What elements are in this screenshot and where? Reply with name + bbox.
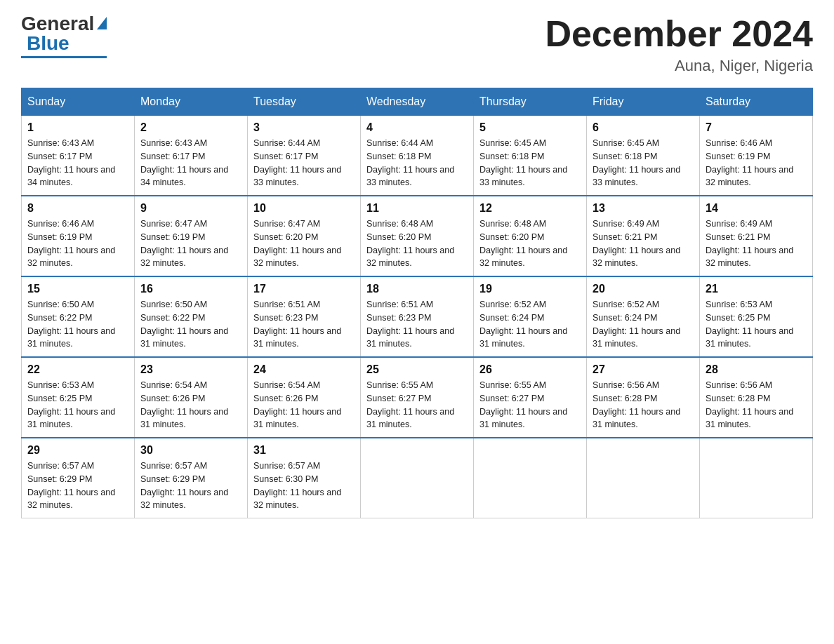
- day-info: Sunrise: 6:47 AMSunset: 6:19 PMDaylight:…: [140, 217, 241, 270]
- day-number: 18: [366, 283, 468, 295]
- week-row-1: 1Sunrise: 6:43 AMSunset: 6:17 PMDaylight…: [22, 116, 813, 196]
- logo: General Blue: [21, 14, 107, 58]
- day-info: Sunrise: 6:43 AMSunset: 6:17 PMDaylight:…: [27, 137, 128, 189]
- day-number: 21: [706, 283, 807, 295]
- day-number: 15: [27, 283, 128, 295]
- day-info: Sunrise: 6:51 AMSunset: 6:23 PMDaylight:…: [253, 298, 355, 351]
- logo-underline: [21, 56, 107, 58]
- day-number: 23: [140, 363, 241, 376]
- column-header-saturday: Saturday: [700, 88, 813, 116]
- logo-general-text: General: [21, 14, 94, 34]
- day-info: Sunrise: 6:47 AMSunset: 6:20 PMDaylight:…: [253, 217, 355, 270]
- calendar-cell: 31Sunrise: 6:57 AMSunset: 6:30 PMDayligh…: [248, 438, 361, 518]
- day-number: 8: [27, 202, 128, 215]
- calendar-cell: 25Sunrise: 6:55 AMSunset: 6:27 PMDayligh…: [361, 357, 474, 438]
- day-number: 29: [27, 444, 128, 457]
- week-row-3: 15Sunrise: 6:50 AMSunset: 6:22 PMDayligh…: [22, 276, 813, 357]
- column-header-friday: Friday: [587, 88, 700, 116]
- day-info: Sunrise: 6:55 AMSunset: 6:27 PMDaylight:…: [366, 379, 468, 431]
- title-block: December 2024 Auna, Niger, Nigeria: [545, 14, 813, 75]
- calendar-cell: 13Sunrise: 6:49 AMSunset: 6:21 PMDayligh…: [587, 196, 700, 276]
- day-info: Sunrise: 6:56 AMSunset: 6:28 PMDaylight:…: [706, 379, 807, 431]
- day-info: Sunrise: 6:43 AMSunset: 6:17 PMDaylight:…: [140, 137, 241, 189]
- day-info: Sunrise: 6:53 AMSunset: 6:25 PMDaylight:…: [27, 379, 128, 431]
- day-number: 22: [27, 363, 128, 376]
- header-row: SundayMondayTuesdayWednesdayThursdayFrid…: [22, 88, 813, 116]
- logo-triangle-icon: [97, 17, 107, 29]
- calendar-cell: 27Sunrise: 6:56 AMSunset: 6:28 PMDayligh…: [587, 357, 700, 438]
- calendar-cell: 22Sunrise: 6:53 AMSunset: 6:25 PMDayligh…: [22, 357, 135, 438]
- day-number: 9: [140, 202, 241, 215]
- page-header: General Blue December 2024 Auna, Niger, …: [21, 14, 813, 75]
- calendar-cell: 8Sunrise: 6:46 AMSunset: 6:19 PMDaylight…: [22, 196, 135, 276]
- day-info: Sunrise: 6:46 AMSunset: 6:19 PMDaylight:…: [706, 137, 807, 189]
- day-info: Sunrise: 6:55 AMSunset: 6:27 PMDaylight:…: [479, 379, 581, 431]
- column-header-wednesday: Wednesday: [361, 88, 474, 116]
- day-number: 25: [366, 363, 468, 376]
- page-subtitle: Auna, Niger, Nigeria: [545, 57, 813, 75]
- calendar-cell: 23Sunrise: 6:54 AMSunset: 6:26 PMDayligh…: [135, 357, 248, 438]
- calendar-cell: 24Sunrise: 6:54 AMSunset: 6:26 PMDayligh…: [248, 357, 361, 438]
- week-row-5: 29Sunrise: 6:57 AMSunset: 6:29 PMDayligh…: [22, 438, 813, 518]
- day-info: Sunrise: 6:49 AMSunset: 6:21 PMDaylight:…: [593, 217, 694, 270]
- day-number: 6: [593, 121, 694, 134]
- calendar-cell: 20Sunrise: 6:52 AMSunset: 6:24 PMDayligh…: [587, 276, 700, 357]
- day-info: Sunrise: 6:45 AMSunset: 6:18 PMDaylight:…: [479, 137, 581, 189]
- day-info: Sunrise: 6:51 AMSunset: 6:23 PMDaylight:…: [366, 298, 468, 351]
- calendar-cell: 9Sunrise: 6:47 AMSunset: 6:19 PMDaylight…: [135, 196, 248, 276]
- day-number: 30: [140, 444, 241, 457]
- day-number: 10: [253, 202, 355, 215]
- calendar-cell: 29Sunrise: 6:57 AMSunset: 6:29 PMDayligh…: [22, 438, 135, 518]
- calendar-cell: 15Sunrise: 6:50 AMSunset: 6:22 PMDayligh…: [22, 276, 135, 357]
- column-header-thursday: Thursday: [474, 88, 587, 116]
- day-info: Sunrise: 6:52 AMSunset: 6:24 PMDaylight:…: [593, 298, 694, 351]
- day-info: Sunrise: 6:45 AMSunset: 6:18 PMDaylight:…: [593, 137, 694, 189]
- day-number: 19: [479, 283, 581, 295]
- calendar-cell: 11Sunrise: 6:48 AMSunset: 6:20 PMDayligh…: [361, 196, 474, 276]
- day-number: 17: [253, 283, 355, 295]
- calendar-cell: 16Sunrise: 6:50 AMSunset: 6:22 PMDayligh…: [135, 276, 248, 357]
- calendar-cell: 5Sunrise: 6:45 AMSunset: 6:18 PMDaylight…: [474, 116, 587, 196]
- week-row-4: 22Sunrise: 6:53 AMSunset: 6:25 PMDayligh…: [22, 357, 813, 438]
- calendar-cell: 21Sunrise: 6:53 AMSunset: 6:25 PMDayligh…: [700, 276, 813, 357]
- calendar-cell: 2Sunrise: 6:43 AMSunset: 6:17 PMDaylight…: [135, 116, 248, 196]
- logo-blue-text: Blue: [27, 32, 70, 55]
- calendar-cell: 10Sunrise: 6:47 AMSunset: 6:20 PMDayligh…: [248, 196, 361, 276]
- calendar-cell: 19Sunrise: 6:52 AMSunset: 6:24 PMDayligh…: [474, 276, 587, 357]
- calendar-cell: [700, 438, 813, 518]
- day-info: Sunrise: 6:48 AMSunset: 6:20 PMDaylight:…: [479, 217, 581, 270]
- day-info: Sunrise: 6:54 AMSunset: 6:26 PMDaylight:…: [140, 379, 241, 431]
- day-number: 16: [140, 283, 241, 295]
- calendar-cell: 28Sunrise: 6:56 AMSunset: 6:28 PMDayligh…: [700, 357, 813, 438]
- calendar-cell: 1Sunrise: 6:43 AMSunset: 6:17 PMDaylight…: [22, 116, 135, 196]
- day-info: Sunrise: 6:49 AMSunset: 6:21 PMDaylight:…: [706, 217, 807, 270]
- calendar-cell: 26Sunrise: 6:55 AMSunset: 6:27 PMDayligh…: [474, 357, 587, 438]
- week-row-2: 8Sunrise: 6:46 AMSunset: 6:19 PMDaylight…: [22, 196, 813, 276]
- day-number: 28: [706, 363, 807, 376]
- day-number: 5: [479, 121, 581, 134]
- page-title: December 2024: [545, 14, 813, 54]
- day-info: Sunrise: 6:46 AMSunset: 6:19 PMDaylight:…: [27, 217, 128, 270]
- calendar-cell: 3Sunrise: 6:44 AMSunset: 6:17 PMDaylight…: [248, 116, 361, 196]
- calendar-cell: 7Sunrise: 6:46 AMSunset: 6:19 PMDaylight…: [700, 116, 813, 196]
- day-number: 24: [253, 363, 355, 376]
- day-number: 20: [593, 283, 694, 295]
- day-info: Sunrise: 6:50 AMSunset: 6:22 PMDaylight:…: [140, 298, 241, 351]
- calendar-cell: 14Sunrise: 6:49 AMSunset: 6:21 PMDayligh…: [700, 196, 813, 276]
- day-info: Sunrise: 6:50 AMSunset: 6:22 PMDaylight:…: [27, 298, 128, 351]
- day-info: Sunrise: 6:56 AMSunset: 6:28 PMDaylight:…: [593, 379, 694, 431]
- day-number: 4: [366, 121, 468, 134]
- column-header-monday: Monday: [135, 88, 248, 116]
- day-info: Sunrise: 6:52 AMSunset: 6:24 PMDaylight:…: [479, 298, 581, 351]
- day-info: Sunrise: 6:57 AMSunset: 6:29 PMDaylight:…: [27, 459, 128, 512]
- calendar-cell: 6Sunrise: 6:45 AMSunset: 6:18 PMDaylight…: [587, 116, 700, 196]
- column-header-sunday: Sunday: [22, 88, 135, 116]
- calendar-cell: 30Sunrise: 6:57 AMSunset: 6:29 PMDayligh…: [135, 438, 248, 518]
- day-info: Sunrise: 6:57 AMSunset: 6:30 PMDaylight:…: [253, 459, 355, 512]
- calendar-cell: 4Sunrise: 6:44 AMSunset: 6:18 PMDaylight…: [361, 116, 474, 196]
- column-header-tuesday: Tuesday: [248, 88, 361, 116]
- calendar-cell: 17Sunrise: 6:51 AMSunset: 6:23 PMDayligh…: [248, 276, 361, 357]
- day-info: Sunrise: 6:44 AMSunset: 6:17 PMDaylight:…: [253, 137, 355, 189]
- day-number: 12: [479, 202, 581, 215]
- day-number: 7: [706, 121, 807, 134]
